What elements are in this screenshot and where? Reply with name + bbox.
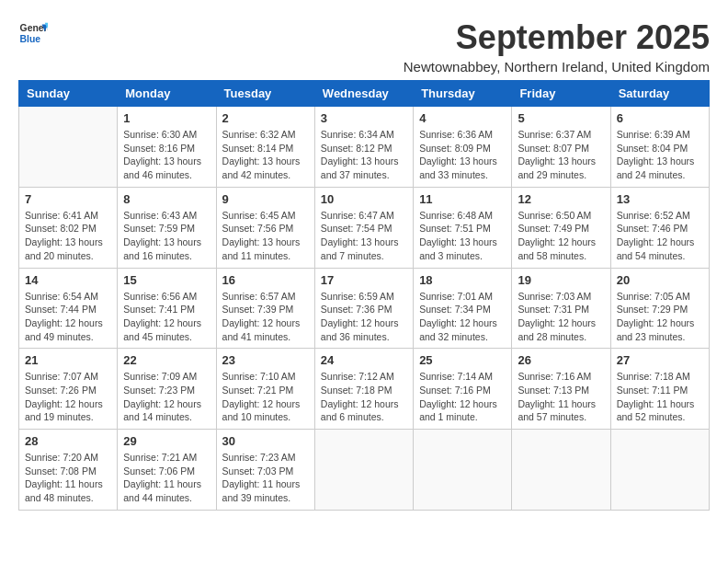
- day-info: Sunrise: 7:20 AMSunset: 7:08 PMDaylight:…: [25, 451, 111, 505]
- day-info: Sunrise: 6:30 AMSunset: 8:16 PMDaylight:…: [123, 128, 210, 182]
- calendar-cell: 18Sunrise: 7:01 AMSunset: 7:34 PMDayligh…: [414, 268, 512, 349]
- week-row-5: 28Sunrise: 7:20 AMSunset: 7:08 PMDayligh…: [19, 430, 710, 511]
- calendar-cell: 15Sunrise: 6:56 AMSunset: 7:41 PMDayligh…: [118, 268, 216, 349]
- logo: General Blue: [18, 18, 48, 48]
- day-number: 23: [222, 353, 309, 367]
- day-number: 6: [617, 111, 703, 125]
- day-info: Sunrise: 6:39 AMSunset: 8:04 PMDaylight:…: [617, 128, 703, 182]
- day-number: 29: [123, 434, 210, 448]
- day-number: 10: [321, 192, 407, 206]
- calendar-cell: 29Sunrise: 7:21 AMSunset: 7:06 PMDayligh…: [118, 430, 216, 511]
- calendar-cell: 30Sunrise: 7:23 AMSunset: 7:03 PMDayligh…: [216, 430, 314, 511]
- calendar-cell: [512, 430, 610, 511]
- day-info: Sunrise: 6:48 AMSunset: 7:51 PMDaylight:…: [419, 209, 506, 263]
- day-info: Sunrise: 6:47 AMSunset: 7:54 PMDaylight:…: [321, 209, 407, 263]
- day-number: 25: [419, 353, 506, 367]
- day-info: Sunrise: 6:45 AMSunset: 7:56 PMDaylight:…: [222, 209, 309, 263]
- calendar-cell: 8Sunrise: 6:43 AMSunset: 7:59 PMDaylight…: [118, 187, 216, 268]
- day-info: Sunrise: 6:50 AMSunset: 7:49 PMDaylight:…: [518, 209, 604, 263]
- day-number: 5: [518, 111, 604, 125]
- day-info: Sunrise: 7:16 AMSunset: 7:13 PMDaylight:…: [518, 370, 604, 424]
- day-info: Sunrise: 7:12 AMSunset: 7:18 PMDaylight:…: [321, 370, 407, 424]
- day-number: 7: [25, 192, 111, 206]
- calendar-cell: [314, 430, 413, 511]
- day-number: 11: [419, 192, 506, 206]
- calendar-cell: 21Sunrise: 7:07 AMSunset: 7:26 PMDayligh…: [19, 349, 118, 430]
- day-number: 8: [123, 192, 210, 206]
- day-info: Sunrise: 7:10 AMSunset: 7:21 PMDaylight:…: [222, 370, 309, 424]
- day-info: Sunrise: 6:59 AMSunset: 7:36 PMDaylight:…: [321, 290, 407, 344]
- day-info: Sunrise: 6:41 AMSunset: 8:02 PMDaylight:…: [25, 209, 111, 263]
- header-wednesday: Wednesday: [314, 81, 413, 107]
- day-number: 13: [617, 192, 703, 206]
- calendar-cell: 4Sunrise: 6:36 AMSunset: 8:09 PMDaylight…: [414, 107, 512, 188]
- day-info: Sunrise: 7:18 AMSunset: 7:11 PMDaylight:…: [617, 370, 703, 424]
- day-number: 2: [222, 111, 309, 125]
- day-info: Sunrise: 6:54 AMSunset: 7:44 PMDaylight:…: [25, 290, 111, 344]
- calendar-cell: 12Sunrise: 6:50 AMSunset: 7:49 PMDayligh…: [512, 187, 610, 268]
- calendar-cell: 23Sunrise: 7:10 AMSunset: 7:21 PMDayligh…: [216, 349, 314, 430]
- day-number: 1: [123, 111, 210, 125]
- calendar-cell: 17Sunrise: 6:59 AMSunset: 7:36 PMDayligh…: [314, 268, 413, 349]
- week-row-4: 21Sunrise: 7:07 AMSunset: 7:26 PMDayligh…: [19, 349, 710, 430]
- calendar: SundayMondayTuesdayWednesdayThursdayFrid…: [18, 80, 710, 511]
- day-number: 28: [25, 434, 111, 448]
- day-number: 24: [321, 353, 407, 367]
- calendar-cell: 26Sunrise: 7:16 AMSunset: 7:13 PMDayligh…: [512, 349, 610, 430]
- calendar-cell: 10Sunrise: 6:47 AMSunset: 7:54 PMDayligh…: [314, 187, 413, 268]
- day-number: 27: [617, 353, 703, 367]
- week-row-1: 1Sunrise: 6:30 AMSunset: 8:16 PMDaylight…: [19, 107, 710, 188]
- calendar-cell: 25Sunrise: 7:14 AMSunset: 7:16 PMDayligh…: [414, 349, 512, 430]
- calendar-cell: 11Sunrise: 6:48 AMSunset: 7:51 PMDayligh…: [414, 187, 512, 268]
- day-number: 20: [617, 273, 703, 287]
- calendar-cell: 3Sunrise: 6:34 AMSunset: 8:12 PMDaylight…: [314, 107, 413, 188]
- week-row-2: 7Sunrise: 6:41 AMSunset: 8:02 PMDaylight…: [19, 187, 710, 268]
- day-number: 14: [25, 273, 111, 287]
- day-info: Sunrise: 6:32 AMSunset: 8:14 PMDaylight:…: [222, 128, 309, 182]
- calendar-cell: 9Sunrise: 6:45 AMSunset: 7:56 PMDaylight…: [216, 187, 314, 268]
- day-number: 30: [222, 434, 309, 448]
- day-info: Sunrise: 6:43 AMSunset: 7:59 PMDaylight:…: [123, 209, 210, 263]
- logo-icon: General Blue: [18, 18, 48, 48]
- day-info: Sunrise: 6:57 AMSunset: 7:39 PMDaylight:…: [222, 290, 309, 344]
- calendar-cell: 6Sunrise: 6:39 AMSunset: 8:04 PMDaylight…: [610, 107, 709, 188]
- header-thursday: Thursday: [414, 81, 512, 107]
- day-info: Sunrise: 7:14 AMSunset: 7:16 PMDaylight:…: [419, 370, 506, 424]
- header-sunday: Sunday: [19, 81, 118, 107]
- day-number: 9: [222, 192, 309, 206]
- day-number: 22: [123, 353, 210, 367]
- day-info: Sunrise: 7:09 AMSunset: 7:23 PMDaylight:…: [123, 370, 210, 424]
- header-friday: Friday: [512, 81, 610, 107]
- calendar-cell: 28Sunrise: 7:20 AMSunset: 7:08 PMDayligh…: [19, 430, 118, 511]
- day-info: Sunrise: 6:37 AMSunset: 8:07 PMDaylight:…: [518, 128, 604, 182]
- month-title: September 2025: [404, 18, 710, 57]
- calendar-cell: 5Sunrise: 6:37 AMSunset: 8:07 PMDaylight…: [512, 107, 610, 188]
- calendar-cell: 20Sunrise: 7:05 AMSunset: 7:29 PMDayligh…: [610, 268, 709, 349]
- day-info: Sunrise: 7:21 AMSunset: 7:06 PMDaylight:…: [123, 451, 210, 505]
- day-info: Sunrise: 7:01 AMSunset: 7:34 PMDaylight:…: [419, 290, 506, 344]
- calendar-cell: 22Sunrise: 7:09 AMSunset: 7:23 PMDayligh…: [118, 349, 216, 430]
- day-number: 21: [25, 353, 111, 367]
- day-number: 19: [518, 273, 604, 287]
- day-number: 16: [222, 273, 309, 287]
- location-subtitle: Newtownabbey, Northern Ireland, United K…: [404, 59, 710, 75]
- day-info: Sunrise: 6:34 AMSunset: 8:12 PMDaylight:…: [321, 128, 407, 182]
- calendar-cell: 16Sunrise: 6:57 AMSunset: 7:39 PMDayligh…: [216, 268, 314, 349]
- calendar-cell: 1Sunrise: 6:30 AMSunset: 8:16 PMDaylight…: [118, 107, 216, 188]
- day-number: 4: [419, 111, 506, 125]
- day-number: 17: [321, 273, 407, 287]
- calendar-cell: 24Sunrise: 7:12 AMSunset: 7:18 PMDayligh…: [314, 349, 413, 430]
- header-saturday: Saturday: [610, 81, 709, 107]
- day-number: 15: [123, 273, 210, 287]
- day-info: Sunrise: 6:36 AMSunset: 8:09 PMDaylight:…: [419, 128, 506, 182]
- week-row-3: 14Sunrise: 6:54 AMSunset: 7:44 PMDayligh…: [19, 268, 710, 349]
- day-info: Sunrise: 7:23 AMSunset: 7:03 PMDaylight:…: [222, 451, 309, 505]
- svg-text:Blue: Blue: [20, 34, 41, 44]
- calendar-cell: [414, 430, 512, 511]
- calendar-cell: 7Sunrise: 6:41 AMSunset: 8:02 PMDaylight…: [19, 187, 118, 268]
- day-info: Sunrise: 7:05 AMSunset: 7:29 PMDaylight:…: [617, 290, 703, 344]
- day-number: 3: [321, 111, 407, 125]
- calendar-cell: 27Sunrise: 7:18 AMSunset: 7:11 PMDayligh…: [610, 349, 709, 430]
- title-area: September 2025 Newtownabbey, Northern Ir…: [404, 18, 710, 75]
- day-number: 12: [518, 192, 604, 206]
